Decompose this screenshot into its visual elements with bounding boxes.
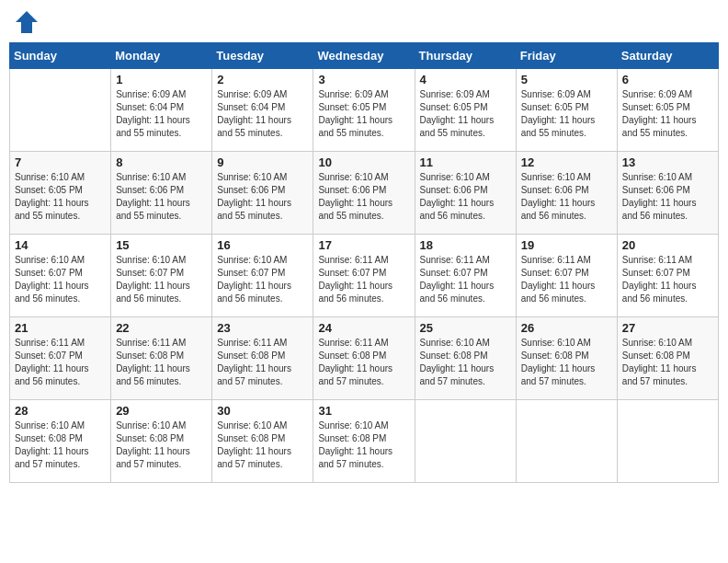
day-cell: 13Sunrise: 6:10 AM Sunset: 6:06 PM Dayli…	[617, 152, 718, 235]
day-number: 21	[15, 321, 106, 335]
day-info: Sunrise: 6:11 AM Sunset: 6:07 PM Dayligh…	[521, 254, 612, 305]
day-info: Sunrise: 6:10 AM Sunset: 6:05 PM Dayligh…	[15, 171, 106, 223]
day-info: Sunrise: 6:11 AM Sunset: 6:08 PM Dayligh…	[217, 337, 308, 388]
day-info: Sunrise: 6:09 AM Sunset: 6:05 PM Dayligh…	[521, 88, 612, 140]
day-number: 27	[622, 321, 713, 335]
day-cell: 24Sunrise: 6:11 AM Sunset: 6:08 PM Dayli…	[313, 317, 415, 400]
day-cell: 27Sunrise: 6:10 AM Sunset: 6:08 PM Dayli…	[617, 317, 718, 400]
day-cell: 22Sunrise: 6:11 AM Sunset: 6:08 PM Dayli…	[111, 317, 212, 400]
day-info: Sunrise: 6:10 AM Sunset: 6:06 PM Dayligh…	[318, 171, 409, 223]
header-day-saturday: Saturday	[617, 43, 718, 69]
day-cell: 25Sunrise: 6:10 AM Sunset: 6:08 PM Dayli…	[415, 317, 516, 400]
day-number: 23	[217, 321, 308, 335]
day-info: Sunrise: 6:10 AM Sunset: 6:06 PM Dayligh…	[622, 171, 713, 223]
day-number: 17	[318, 238, 409, 252]
day-info: Sunrise: 6:10 AM Sunset: 6:07 PM Dayligh…	[15, 254, 106, 305]
day-number: 25	[420, 321, 511, 335]
day-cell: 3Sunrise: 6:09 AM Sunset: 6:05 PM Daylig…	[313, 69, 415, 152]
day-cell: 30Sunrise: 6:10 AM Sunset: 6:08 PM Dayli…	[212, 400, 313, 483]
day-info: Sunrise: 6:09 AM Sunset: 6:04 PM Dayligh…	[217, 88, 308, 140]
day-cell: 20Sunrise: 6:11 AM Sunset: 6:07 PM Dayli…	[617, 235, 718, 317]
day-info: Sunrise: 6:11 AM Sunset: 6:07 PM Dayligh…	[420, 254, 511, 305]
day-cell: 23Sunrise: 6:11 AM Sunset: 6:08 PM Dayli…	[212, 317, 313, 400]
day-number: 3	[318, 73, 409, 86]
header-day-wednesday: Wednesday	[313, 43, 415, 69]
day-cell: 9Sunrise: 6:10 AM Sunset: 6:06 PM Daylig…	[212, 152, 313, 235]
day-info: Sunrise: 6:09 AM Sunset: 6:05 PM Dayligh…	[318, 88, 409, 140]
day-info: Sunrise: 6:10 AM Sunset: 6:08 PM Dayligh…	[116, 419, 207, 471]
day-cell: 26Sunrise: 6:10 AM Sunset: 6:08 PM Dayli…	[516, 317, 617, 400]
header-day-friday: Friday	[516, 43, 617, 69]
day-info: Sunrise: 6:10 AM Sunset: 6:06 PM Dayligh…	[217, 171, 308, 223]
day-number: 29	[116, 404, 207, 418]
day-info: Sunrise: 6:09 AM Sunset: 6:05 PM Dayligh…	[622, 88, 713, 140]
day-number: 15	[116, 238, 207, 252]
day-cell	[10, 69, 111, 152]
svg-marker-0	[16, 11, 38, 33]
day-info: Sunrise: 6:11 AM Sunset: 6:07 PM Dayligh…	[15, 337, 106, 388]
day-number: 24	[318, 321, 409, 335]
header-row: SundayMondayTuesdayWednesdayThursdayFrid…	[10, 43, 719, 69]
header-day-tuesday: Tuesday	[212, 43, 313, 69]
calendar-body: 1Sunrise: 6:09 AM Sunset: 6:04 PM Daylig…	[10, 69, 719, 483]
day-number: 6	[622, 73, 713, 86]
week-row-5: 28Sunrise: 6:10 AM Sunset: 6:08 PM Dayli…	[10, 400, 719, 483]
day-number: 19	[521, 238, 612, 252]
day-info: Sunrise: 6:10 AM Sunset: 6:08 PM Dayligh…	[15, 419, 106, 471]
day-cell: 8Sunrise: 6:10 AM Sunset: 6:06 PM Daylig…	[111, 152, 212, 235]
day-cell: 15Sunrise: 6:10 AM Sunset: 6:07 PM Dayli…	[111, 235, 212, 317]
day-number: 31	[318, 404, 409, 418]
day-info: Sunrise: 6:11 AM Sunset: 6:07 PM Dayligh…	[622, 254, 713, 305]
week-row-2: 7Sunrise: 6:10 AM Sunset: 6:05 PM Daylig…	[10, 152, 719, 235]
week-row-3: 14Sunrise: 6:10 AM Sunset: 6:07 PM Dayli…	[10, 235, 719, 317]
day-number: 18	[420, 238, 511, 252]
day-cell: 31Sunrise: 6:10 AM Sunset: 6:08 PM Dayli…	[313, 400, 415, 483]
day-number: 4	[420, 73, 511, 86]
day-cell: 16Sunrise: 6:10 AM Sunset: 6:07 PM Dayli…	[212, 235, 313, 317]
day-number: 9	[217, 155, 308, 169]
day-cell: 19Sunrise: 6:11 AM Sunset: 6:07 PM Dayli…	[516, 235, 617, 317]
header-day-sunday: Sunday	[10, 43, 111, 69]
day-cell: 7Sunrise: 6:10 AM Sunset: 6:05 PM Daylig…	[10, 152, 111, 235]
day-cell: 18Sunrise: 6:11 AM Sunset: 6:07 PM Dayli…	[415, 235, 516, 317]
day-number: 11	[420, 155, 511, 169]
day-number: 16	[217, 238, 308, 252]
day-cell	[415, 400, 516, 483]
day-number: 20	[622, 238, 713, 252]
week-row-1: 1Sunrise: 6:09 AM Sunset: 6:04 PM Daylig…	[10, 69, 719, 152]
day-number: 5	[521, 73, 612, 86]
day-cell	[516, 400, 617, 483]
day-number: 26	[521, 321, 612, 335]
day-info: Sunrise: 6:09 AM Sunset: 6:05 PM Dayligh…	[420, 88, 511, 140]
day-number: 14	[15, 238, 106, 252]
day-number: 10	[318, 155, 409, 169]
day-info: Sunrise: 6:10 AM Sunset: 6:07 PM Dayligh…	[217, 254, 308, 305]
day-info: Sunrise: 6:10 AM Sunset: 6:08 PM Dayligh…	[622, 337, 713, 388]
header-day-monday: Monday	[111, 43, 212, 69]
day-number: 28	[15, 404, 106, 418]
logo-icon	[14, 9, 40, 35]
day-info: Sunrise: 6:10 AM Sunset: 6:06 PM Dayligh…	[420, 171, 511, 223]
calendar-table: SundayMondayTuesdayWednesdayThursdayFrid…	[9, 42, 719, 483]
header-day-thursday: Thursday	[415, 43, 516, 69]
day-number: 7	[15, 155, 106, 169]
day-cell: 28Sunrise: 6:10 AM Sunset: 6:08 PM Dayli…	[10, 400, 111, 483]
day-cell: 5Sunrise: 6:09 AM Sunset: 6:05 PM Daylig…	[516, 69, 617, 152]
day-number: 1	[116, 73, 207, 86]
day-info: Sunrise: 6:11 AM Sunset: 6:07 PM Dayligh…	[318, 254, 409, 305]
day-cell: 11Sunrise: 6:10 AM Sunset: 6:06 PM Dayli…	[415, 152, 516, 235]
week-row-4: 21Sunrise: 6:11 AM Sunset: 6:07 PM Dayli…	[10, 317, 719, 400]
day-info: Sunrise: 6:11 AM Sunset: 6:08 PM Dayligh…	[116, 337, 207, 388]
day-cell: 17Sunrise: 6:11 AM Sunset: 6:07 PM Dayli…	[313, 235, 415, 317]
page-header	[9, 9, 719, 35]
day-cell: 1Sunrise: 6:09 AM Sunset: 6:04 PM Daylig…	[111, 69, 212, 152]
logo	[14, 9, 43, 35]
day-cell: 6Sunrise: 6:09 AM Sunset: 6:05 PM Daylig…	[617, 69, 718, 152]
day-number: 13	[622, 155, 713, 169]
day-number: 12	[521, 155, 612, 169]
day-cell: 14Sunrise: 6:10 AM Sunset: 6:07 PM Dayli…	[10, 235, 111, 317]
day-info: Sunrise: 6:10 AM Sunset: 6:08 PM Dayligh…	[318, 419, 409, 471]
day-info: Sunrise: 6:11 AM Sunset: 6:08 PM Dayligh…	[318, 337, 409, 388]
day-cell: 2Sunrise: 6:09 AM Sunset: 6:04 PM Daylig…	[212, 69, 313, 152]
day-info: Sunrise: 6:09 AM Sunset: 6:04 PM Dayligh…	[116, 88, 207, 140]
